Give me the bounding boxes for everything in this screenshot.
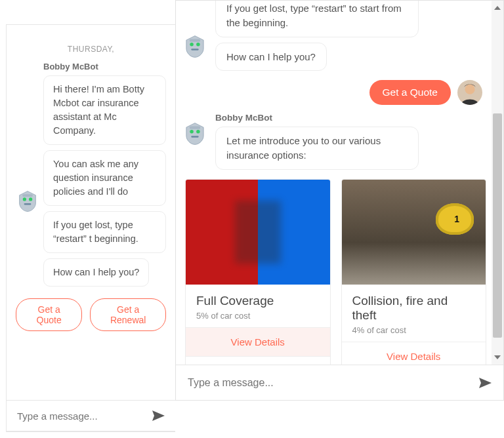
bot-message: If you get lost, type “restart” to start… — [215, 1, 419, 37]
card-view-details-button[interactable]: View Details — [342, 342, 486, 365]
svg-point-1 — [29, 197, 32, 201]
send-icon[interactable] — [477, 375, 493, 391]
user-avatar-icon — [457, 80, 482, 105]
svg-rect-13 — [190, 127, 200, 129]
front-input-bar — [176, 365, 503, 400]
user-message-row: Get a Quote — [185, 80, 482, 105]
date-separator: THURSDAY, — [16, 45, 166, 54]
bot-message: How can I help you? — [43, 258, 149, 287]
bot-message-column: Hi there! I'm am Botty Mcbot car insuran… — [43, 75, 166, 292]
bot-message: You can ask me any question insurance po… — [43, 150, 166, 206]
back-input-bar — [6, 400, 175, 431]
quick-reply-quote-button[interactable]: Get a Quote — [16, 298, 82, 331]
svg-rect-7 — [190, 39, 200, 42]
card-subtitle: 4% of car cost — [352, 325, 476, 335]
user-quote-button[interactable]: Get a Quote — [369, 80, 451, 105]
bot-avatar-icon — [184, 122, 206, 148]
scrollbar-track[interactable] — [492, 1, 503, 365]
card-view-details-button[interactable]: View Details — [186, 327, 330, 356]
front-scroll-area: If you get lost, type “restart” to start… — [176, 1, 503, 365]
card-title: Collision, fire and theft — [352, 294, 476, 323]
bot-name-label: Bobby McBot — [215, 113, 492, 123]
card-body: Collision, fire and theft 4% of car cost — [342, 285, 486, 342]
card-get-quote-button[interactable]: Get a Quote — [186, 356, 330, 365]
svg-rect-12 — [191, 136, 198, 137]
front-chat-panel: If you get lost, type “restart” to start… — [175, 0, 504, 401]
bot-message: Let me introduce you to our various insu… — [215, 127, 419, 170]
card-image-fire — [342, 180, 486, 285]
card-body: Full Coverage 5% of car cost — [186, 285, 330, 327]
back-message-input[interactable] — [16, 410, 150, 422]
svg-point-0 — [23, 197, 26, 201]
screenshot-stage: THURSDAY, Bobby McBot Hi there! I'm am B… — [0, 0, 504, 438]
scroll-up-icon[interactable] — [494, 3, 501, 10]
svg-rect-6 — [191, 49, 198, 50]
svg-point-4 — [190, 43, 194, 47]
bot-message-column: Let me introduce you to our various insu… — [215, 127, 485, 176]
back-chat-panel: THURSDAY, Bobby McBot Hi there! I'm am B… — [6, 24, 175, 432]
svg-rect-3 — [22, 194, 32, 197]
card-subtitle: 5% of car cost — [196, 311, 320, 321]
insurance-card: Collision, fire and theft 4% of car cost… — [341, 179, 487, 365]
bot-name-label: Bobby McBot — [43, 62, 166, 71]
front-message-input[interactable] — [186, 376, 477, 389]
bot-message: If you get lost, type “restart” t beginn… — [43, 211, 166, 253]
insurance-card: Full Coverage 5% of car cost View Detail… — [185, 179, 331, 365]
card-title: Full Coverage — [196, 294, 320, 308]
bot-message: Hi there! I'm am Botty Mcbot car insuran… — [43, 75, 166, 145]
svg-point-10 — [190, 130, 194, 134]
quick-reply-renewal-button[interactable]: Get a Renewal — [90, 298, 166, 331]
bot-avatar-icon — [17, 190, 38, 212]
svg-point-5 — [196, 43, 200, 47]
svg-point-11 — [196, 130, 200, 134]
quick-reply-row: Get a Quote Get a Renewal — [16, 298, 166, 331]
card-image-cars — [186, 180, 330, 285]
bot-avatar-icon — [184, 35, 206, 60]
scroll-down-icon[interactable] — [494, 355, 501, 362]
bot-message-column: If you get lost, type “restart” to start… — [215, 1, 485, 77]
send-icon[interactable] — [150, 408, 166, 424]
svg-rect-2 — [24, 203, 32, 205]
scrollbar-thumb[interactable] — [493, 113, 502, 338]
svg-point-9 — [465, 85, 474, 94]
insurance-card-row: Full Coverage 5% of car cost View Detail… — [185, 179, 486, 365]
bot-message: How can I help you? — [215, 43, 327, 71]
